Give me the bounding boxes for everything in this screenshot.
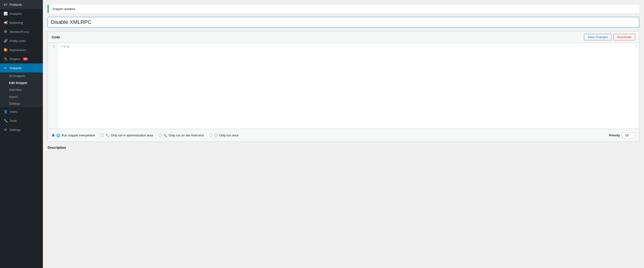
sidebar-item-appearance[interactable]: 🎨 Appearance [0,45,43,54]
sidebar-item-label: Users [10,110,18,114]
analytics-icon: 📊 [3,12,8,16]
plugins-icon: 🔌 [3,57,8,61]
submenu-edit-snippet[interactable]: Edit Snippet [0,79,43,86]
wrench-icon: 🔧 [105,134,109,137]
sidebar-item-label: Marketing [10,21,23,25]
code-help-icon[interactable]: ? [635,45,637,48]
code-editor: 1 <?php ? [48,43,639,129]
sidebar-item-pretty-links[interactable]: 🔗 Pretty Links [0,36,43,45]
description-section: Description [48,146,639,149]
settings-icon: ⚙ [3,128,8,132]
sidebar-item-users[interactable]: 👤 Users [0,107,43,116]
run-option-frontend[interactable]: 🔨 Only run on site front-end [158,134,204,137]
code-area[interactable]: <?php [58,43,639,129]
sidebar-item-label: Snippets [10,66,22,70]
priority-section: Priority [609,132,635,138]
sidebar-item-products[interactable]: 🏷 Products [0,0,43,9]
code-label: Code [52,35,60,39]
sidebar-item-label: Tools [10,119,17,123]
marketing-icon: 📢 [3,21,8,25]
run-option-frontend-label: Only run on site front-end [168,134,204,137]
run-option-once[interactable]: 🕐 Only run once [209,134,239,137]
code-placeholder: <?php [60,45,70,48]
clock-icon: 🕐 [214,134,218,137]
sidebar-item-label: Pretty Links [10,39,26,43]
submenu-add-new[interactable]: Add New [0,86,43,93]
sidebar-item-snippets[interactable]: ✂ Snippets [0,63,43,73]
line-number-1: 1 [50,45,55,48]
run-option-once-label: Only run once [219,134,239,137]
plugins-badge: 27 [23,58,28,61]
run-option-everywhere[interactable]: 🌐 Run snippet everywhere [52,134,95,137]
sidebar: 🏷 Products 📊 Analytics 📢 Marketing Ⓜ Mem… [0,0,43,268]
globe-icon: 🌐 [56,134,60,137]
sidebar-item-marketing[interactable]: 📢 Marketing [0,18,43,27]
sidebar-item-memberpress[interactable]: Ⓜ MemberPress [0,27,43,36]
sidebar-item-label: Appearance [10,48,26,52]
submenu-settings[interactable]: Settings [0,100,43,107]
code-header-buttons: Save Changes Deactivate [584,34,635,40]
priority-label: Priority [609,134,620,137]
users-icon: 👤 [3,109,8,114]
submenu-all-snippets[interactable]: All Snippets [0,73,43,79]
deactivate-button[interactable]: Deactivate [614,34,635,40]
sidebar-item-label: Analytics [10,12,22,16]
memberpress-icon: Ⓜ [3,30,8,34]
run-options: 🌐 Run snippet everywhere 🔧 Only run in a… [48,129,639,142]
snippet-title-input[interactable] [48,17,639,28]
sidebar-item-label: Products [10,3,22,7]
sidebar-item-label: Plugins [10,57,20,61]
sidebar-item-label: Settings [10,128,21,132]
products-icon: 🏷 [3,3,8,7]
snippets-icon: ✂ [3,66,8,70]
code-header: Code Save Changes Deactivate [48,32,639,43]
tools-icon: 🔧 [3,119,8,123]
run-option-admin[interactable]: 🔧 Only run in administration area [101,134,153,137]
pretty-links-icon: 🔗 [3,39,8,43]
main-content: Snippet updated. Code Save Changes Deact… [43,0,644,268]
sidebar-item-label: MemberPress [10,30,29,34]
run-option-everywhere-label: Run snippet everywhere [62,134,95,137]
notice-text: Snippet updated. [52,7,76,11]
priority-input[interactable] [622,132,635,138]
update-notice: Snippet updated. [48,5,639,13]
save-changes-button[interactable]: Save Changes [584,34,611,40]
line-numbers: 1 [48,43,58,129]
run-option-admin-label: Only run in administration area [111,134,153,137]
snippets-submenu: All Snippets Edit Snippet Add New Import… [0,73,43,107]
sidebar-item-plugins[interactable]: 🔌 Plugins 27 [0,54,43,63]
sidebar-item-analytics[interactable]: 📊 Analytics [0,9,43,18]
description-label: Description [48,146,639,149]
appearance-icon: 🎨 [3,48,8,52]
sidebar-item-tools[interactable]: 🔧 Tools [0,116,43,125]
code-section: Code Save Changes Deactivate 1 <?php ? 🌐… [48,31,639,142]
submenu-import[interactable]: Import [0,93,43,100]
hammer-icon: 🔨 [163,134,167,137]
sidebar-item-settings[interactable]: ⚙ Settings [0,125,43,134]
